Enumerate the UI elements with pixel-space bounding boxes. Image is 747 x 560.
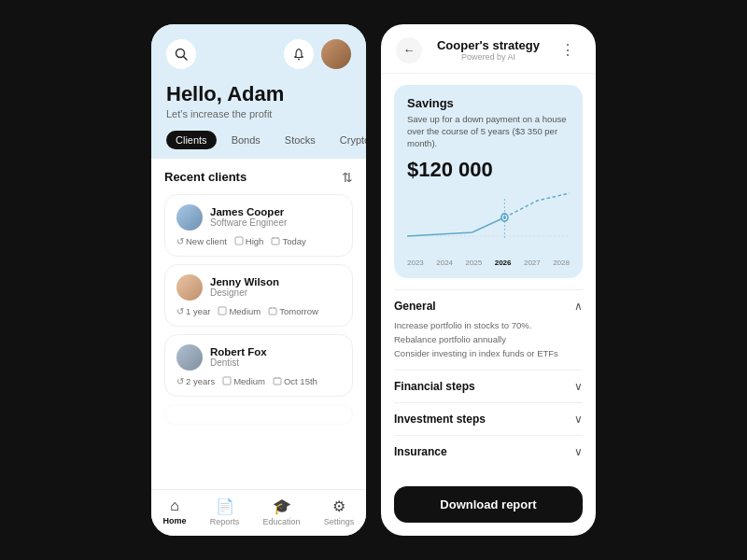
chart-labels: 2023 2024 2025 2026 2027 2028 [407,259,570,267]
savings-desc: Save up for a down payment on a house ov… [407,113,570,150]
client-tag-time: ↺ New client [176,236,227,246]
strategy-title-block: Cooper's strategy Powered by AI [422,38,555,62]
left-panel: Hello, Adam Let's increase the profit Cl… [151,24,366,536]
chart-label-2027: 2027 [524,259,541,267]
tabs-row: ClientsBondsStocksCryptoNews [166,131,351,149]
client-card[interactable]: Jenny Wilson Designer ↺ 1 year Medium To… [164,264,353,327]
general-line: Increase portfolio in stocks to 70%. [394,318,583,332]
download-report-button[interactable]: Download report [394,486,583,523]
chart-label-2024: 2024 [436,259,453,267]
left-body: Recent clients ⇅ James Cooper Software E… [151,159,366,489]
general-line: Consider investing in index funds or ETF… [394,346,583,360]
accordion-financial-title: Financial steps [394,380,475,393]
accordion-insurance-icon: ∨ [574,445,583,458]
search-icon[interactable] [166,39,196,69]
accordion-insurance-header[interactable]: Insurance ∨ [394,445,583,458]
recent-clients-title: Recent clients [164,170,247,184]
bell-icon[interactable] [284,39,314,69]
svg-point-2 [298,58,300,60]
strategy-title: Cooper's strategy [422,38,555,52]
svg-rect-12 [274,378,281,385]
client-card[interactable]: Robert Fox Dentist ↺ 2 years Medium Oct … [164,334,353,397]
client-name: Robert Fox [210,346,341,357]
accordion-general: General ∧ Increase portfolio in stocks t… [394,289,583,371]
nav-item-settings[interactable]: ⚙ Settings [324,497,355,526]
client-card-partial[interactable] [164,404,353,425]
svg-rect-8 [269,308,276,315]
client-avatar [176,204,203,231]
sort-icon[interactable]: ⇅ [342,170,353,185]
svg-rect-3 [235,237,243,245]
right-panel: ← Cooper's strategy Powered by AI ⋮ Savi… [381,24,596,536]
left-header: Hello, Adam Let's increase the profit Cl… [151,24,366,159]
accordion-financial: Financial steps ∨ [394,370,583,402]
right-body: Savings Save up for a down payment on a … [381,74,596,479]
tab-bonds[interactable]: Bonds [222,131,270,149]
tab-clients[interactable]: Clients [166,131,217,149]
more-button[interactable]: ⋮ [555,37,581,63]
client-tag-date: Tomorrow [268,306,318,316]
client-tag-time: ↺ 1 year [176,306,210,316]
client-role: Software Engineer [210,217,341,228]
strategy-subtitle: Powered by AI [422,52,555,62]
nav-label-settings: Settings [324,517,355,526]
savings-chart [407,189,570,255]
client-tag-date: Oct 15th [273,376,317,386]
nav-icon-settings: ⚙ [332,497,345,515]
nav-item-home[interactable]: ⌂ Home [163,497,187,526]
chart-label-2028: 2028 [553,259,570,267]
client-tags: ↺ New client High Today [176,236,341,246]
accordion-general-icon: ∧ [574,300,583,313]
nav-item-education[interactable]: 🎓 Education [263,497,301,526]
client-avatar [176,274,203,301]
accordion-investment-icon: ∨ [574,413,583,426]
client-name: Jenny Wilson [210,276,341,287]
avatar[interactable] [321,39,351,69]
svg-rect-11 [223,377,231,385]
accordion-investment-header[interactable]: Investment steps ∨ [394,413,583,426]
accordion-financial-icon: ∨ [574,380,583,393]
accordion-general-content: Increase portfolio in stocks to 70%.Reba… [394,318,583,361]
accordion-insurance-title: Insurance [394,445,447,458]
svg-rect-4 [272,238,279,245]
accordion-general-title: General [394,300,436,313]
client-tags: ↺ 2 years Medium Oct 15th [176,376,341,386]
client-tag-priority: Medium [222,376,265,386]
nav-bar: ⌂ Home 📄 Reports 🎓 Education ⚙ Settings [151,489,366,536]
svg-line-1 [184,56,188,60]
nav-icon-education: 🎓 [273,497,291,515]
nav-item-reports[interactable]: 📄 Reports [210,497,240,526]
client-tag-date: Today [271,236,305,246]
accordion-investment: Investment steps ∨ [394,402,583,435]
nav-icon-home: ⌂ [170,497,179,514]
accordion-general-header[interactable]: General ∧ [394,300,583,313]
accordion-financial-header[interactable]: Financial steps ∨ [394,380,583,393]
client-name: James Cooper [210,206,341,217]
nav-label-home: Home [163,516,187,525]
tab-stocks[interactable]: Stocks [275,131,325,149]
general-line: Rebalance portfolio annually [394,332,583,346]
client-avatar [176,344,203,371]
svg-rect-7 [218,307,226,315]
savings-amount: $120 000 [407,158,570,182]
greeting-sub: Let's increase the profit [166,108,351,119]
client-card[interactable]: James Cooper Software Engineer ↺ New cli… [164,194,353,257]
client-tag-priority: High [234,236,264,246]
client-tag-time: ↺ 2 years [176,376,215,386]
client-role: Dentist [210,357,341,368]
client-tags: ↺ 1 year Medium Tomorrow [176,306,341,316]
savings-card: Savings Save up for a down payment on a … [394,85,583,278]
nav-icon-reports: 📄 [216,497,234,515]
greeting-title: Hello, Adam [166,82,351,106]
right-header: ← Cooper's strategy Powered by AI ⋮ [381,24,596,74]
nav-label-reports: Reports [210,517,240,526]
chart-label-2023: 2023 [407,259,424,267]
client-role: Designer [210,287,341,298]
clients-list: James Cooper Software Engineer ↺ New cli… [164,194,353,425]
section-header: Recent clients ⇅ [164,170,353,185]
savings-title: Savings [407,96,570,110]
back-button[interactable]: ← [396,37,422,63]
left-top-row [166,39,351,69]
tab-crypto[interactable]: Crypto [331,131,366,149]
client-tag-priority: Medium [218,306,261,316]
